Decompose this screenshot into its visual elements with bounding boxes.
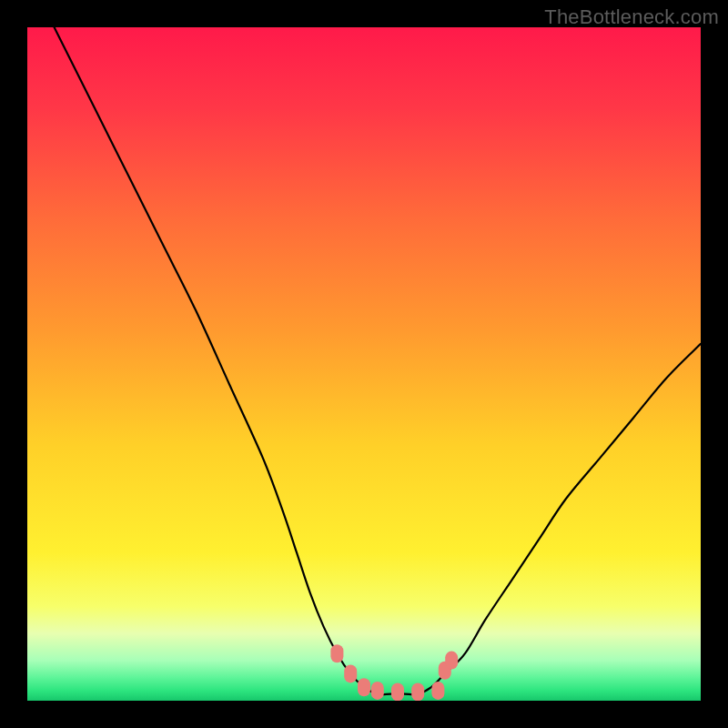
background-gradient — [27, 27, 701, 701]
watermark-text: TheBottleneck.com — [544, 5, 719, 29]
chart-frame — [27, 27, 701, 701]
svg-rect-0 — [27, 27, 701, 701]
